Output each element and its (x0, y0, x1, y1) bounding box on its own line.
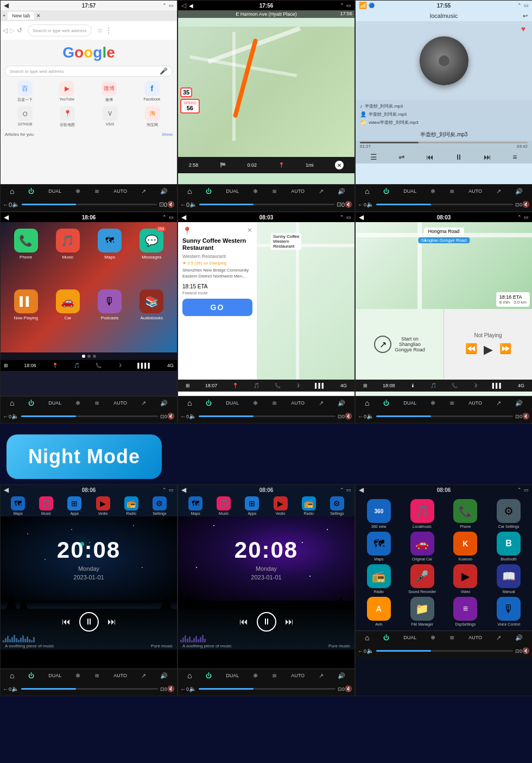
pause-icon[interactable]: ⏸ (455, 153, 463, 161)
back-nav-icon[interactable]: ◁ (181, 2, 186, 9)
bookmark-baidu[interactable]: 百 百度一下 (17, 81, 33, 103)
pg-4[interactable] (21, 415, 158, 417)
bk-7[interactable]: ← (3, 686, 9, 692)
volume-icon-2[interactable]: 🔊 (338, 188, 345, 195)
spk-9[interactable]: 🔈 (366, 647, 374, 654)
equalizer-icon[interactable]: ≡ (512, 153, 517, 161)
home-7[interactable]: ⌂ (10, 671, 14, 680)
power-5[interactable]: ⏻ (206, 400, 212, 406)
spk-8[interactable]: 🔈 (189, 685, 197, 692)
carplay-audiobooks[interactable]: 📚 Audiobooks (133, 289, 170, 346)
bookmark-facebook[interactable]: f Facebook (143, 81, 160, 103)
home-6[interactable]: ⌂ (365, 399, 369, 407)
app-filemanager[interactable]: 📁 File Manager (402, 597, 442, 626)
snow-9[interactable]: ❄ (430, 634, 435, 641)
vol-5[interactable]: 🔊 (338, 400, 345, 407)
app-bluetooth[interactable]: B Bluetooth (489, 532, 529, 561)
back-6[interactable]: ◀ (359, 213, 364, 221)
app-radio[interactable]: 📻 Radio (359, 564, 399, 594)
night-video-app[interactable]: ▶ Vedio (96, 496, 110, 515)
show-link[interactable]: Show (162, 132, 173, 137)
pg-9[interactable] (376, 650, 513, 652)
play-btn-6[interactable]: ▶ (484, 343, 493, 357)
nav-forward-icon[interactable]: ▷ (10, 27, 15, 34)
app-localmusic[interactable]: 🎵 Localmusic (402, 499, 442, 528)
snow-icon-2[interactable]: ❄ (253, 188, 258, 195)
snow-5[interactable]: ❄ (253, 400, 258, 407)
speaker-2[interactable]: 🔈 (189, 201, 197, 208)
carplay-podcasts[interactable]: 🎙 Podcasts (91, 289, 129, 346)
next-night-8[interactable]: ⏭ (285, 617, 294, 627)
mt-6[interactable]: 🔇 (522, 413, 530, 420)
night-settings-8[interactable]: ⚙ Settings (330, 496, 344, 515)
favorite-icon[interactable]: ♥ (521, 24, 525, 33)
pg-7[interactable] (21, 688, 158, 690)
snow-8[interactable]: ❄ (253, 672, 258, 679)
url-bar[interactable]: Search or type web address (28, 24, 92, 36)
back-btn-2[interactable]: ← (180, 201, 186, 208)
mute-2[interactable]: 🔇 (345, 201, 352, 208)
app-voicecontrol[interactable]: 🎙 Voice Control (489, 597, 529, 626)
app-carsettings[interactable]: ⚙ Car Settings (489, 499, 529, 528)
snow-4[interactable]: ❄ (75, 400, 80, 407)
night-apps-app[interactable]: ⊞ Apps (67, 496, 81, 515)
carplay-phone[interactable]: 📞 Phone (7, 229, 45, 285)
snow-7[interactable]: ❄ (75, 672, 80, 679)
app-manual[interactable]: 📖 Manual (489, 564, 529, 594)
progress-bar-2[interactable] (199, 204, 334, 205)
mt-9[interactable]: 🔇 (522, 647, 530, 654)
night-settings-app[interactable]: ⚙ Settings (153, 496, 167, 515)
bookmark-vsix[interactable]: V VSIX (103, 106, 118, 128)
mute-1[interactable]: 🔇 (167, 201, 175, 208)
next-night-7[interactable]: ⏭ (107, 617, 116, 627)
nav-back-icon[interactable]: ◁ (3, 27, 8, 34)
add-tab-button[interactable]: + (3, 13, 5, 18)
back-9[interactable]: ◀ (359, 486, 364, 494)
night-music-app[interactable]: 🎵 Music (39, 496, 53, 515)
pg-5[interactable] (199, 415, 335, 417)
app-dspsettings[interactable]: ≡ DspSettings (446, 597, 486, 626)
carplay-maps[interactable]: 🗺 Maps (91, 229, 129, 285)
prev-night-7[interactable]: ⏮ (62, 617, 71, 627)
app-kuwooo[interactable]: K Kuwooo (446, 532, 486, 561)
app-avin[interactable]: A Avin (359, 597, 399, 626)
wind-9[interactable]: ≋ (449, 634, 454, 641)
home-5[interactable]: ⌂ (187, 399, 192, 407)
speaker-1[interactable]: 🔈 (12, 201, 20, 208)
home-8[interactable]: ⌂ (187, 671, 192, 680)
pause-night-8[interactable]: ⏸ (257, 612, 276, 632)
night-music-8[interactable]: 🎵 Music (217, 496, 231, 515)
wind-8[interactable]: ≋ (272, 672, 277, 679)
snow-icon-1[interactable]: ❄ (75, 188, 80, 195)
home-button-3[interactable]: ⌂ (365, 187, 369, 196)
night-maps-8[interactable]: 🗺 Maps (188, 496, 202, 515)
back-5[interactable]: ◀ (181, 213, 186, 221)
carplay-nowplaying[interactable]: ▌▌ Now Playing (7, 289, 45, 346)
bk-5[interactable]: ← (180, 413, 186, 420)
back-btn-1[interactable]: ← (3, 201, 9, 208)
bk-8[interactable]: ← (180, 686, 186, 692)
mic-icon[interactable]: 🎤 (160, 67, 168, 75)
music-back-button[interactable]: ↩ (523, 12, 528, 20)
home-4[interactable]: ⌂ (10, 399, 14, 407)
map-display[interactable]: E Harmon Ave (Hyatt Place) 17:56 SPEED 5… (178, 10, 354, 157)
wind-6[interactable]: ≋ (449, 400, 454, 407)
carplay-car[interactable]: 🚗 Car (49, 289, 86, 346)
wind-7[interactable]: ≋ (94, 672, 99, 679)
google-search-bar[interactable]: Search or type web address 🎤 (5, 66, 173, 77)
menu-icon[interactable]: ⋮ (105, 27, 112, 34)
wind-3[interactable]: ≋ (449, 188, 454, 195)
vol-7[interactable]: 🔊 (160, 672, 168, 679)
vol-8[interactable]: 🔊 (338, 672, 345, 679)
track-item-1[interactable]: ♪ 半壶纱_刘珂矣.mp3 (360, 102, 528, 110)
night-radio-8[interactable]: 📻 Radio (302, 496, 316, 515)
carplay-music[interactable]: 🎵 Music (49, 229, 86, 285)
power-4[interactable]: ⏻ (28, 400, 34, 406)
snow-6[interactable]: ❄ (430, 400, 435, 407)
active-tab[interactable]: New tab (8, 12, 34, 20)
mt-7[interactable]: 🔇 (167, 685, 175, 692)
spk-6[interactable]: 🔈 (366, 413, 374, 420)
nav-back-icon-2[interactable]: ◀ (189, 3, 193, 9)
next-btn-6[interactable]: ⏩ (499, 343, 511, 357)
snow-3[interactable]: ❄ (430, 188, 435, 195)
